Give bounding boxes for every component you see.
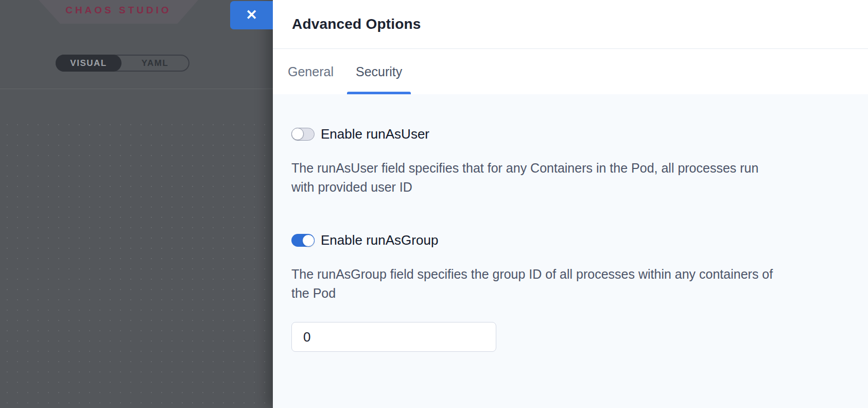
close-drawer-button[interactable]: ✕ [230, 1, 273, 29]
tab-security[interactable]: Security [347, 49, 411, 94]
tab-security-label: Security [356, 64, 402, 79]
visual-view-label: VISUAL [70, 58, 107, 69]
tab-general-label: General [288, 64, 334, 79]
yaml-view-label: YAML [142, 58, 169, 69]
canvas-toolbar-divider [0, 89, 273, 89]
drawer-tab-bar: General Security [273, 49, 868, 94]
yaml-view-tab[interactable]: YAML [121, 56, 188, 71]
app-window: CHAOS STUDIO VISUAL YAML ✕ Advanced Opti… [0, 0, 868, 408]
advanced-options-drawer: Advanced Options General Security Enable… [273, 0, 868, 408]
runasuser-description: The runAsUser field specifies that for a… [291, 159, 775, 196]
runasgroup-toggle-label: Enable runAsGroup [321, 232, 438, 248]
runasuser-toggle-label: Enable runAsUser [321, 126, 429, 142]
runasgroup-toggle-row: Enable runAsGroup [291, 232, 847, 248]
close-icon: ✕ [246, 8, 257, 22]
tab-general[interactable]: General [279, 49, 342, 94]
security-tab-content: Enable runAsUser The runAsUser field spe… [273, 94, 868, 408]
visual-view-tab[interactable]: VISUAL [56, 55, 121, 72]
runasgroup-description: The runAsGroup field specifies the group… [291, 265, 775, 302]
visual-yaml-segmented-control: VISUAL YAML [56, 55, 189, 72]
runasuser-toggle-row: Enable runAsUser [291, 126, 847, 142]
runasgroup-toggle[interactable] [291, 234, 315, 247]
runasuser-section: Enable runAsUser The runAsUser field spe… [291, 126, 847, 196]
canvas-dot-grid [0, 124, 273, 408]
runasgroup-toggle-knob [302, 234, 315, 247]
chaos-studio-logo: CHAOS STUDIO [39, 0, 198, 24]
runasgroup-section: Enable runAsGroup The runAsGroup field s… [291, 232, 847, 352]
drawer-header: Advanced Options [273, 0, 868, 49]
chaos-studio-canvas: CHAOS STUDIO VISUAL YAML [0, 0, 273, 408]
runasuser-toggle[interactable] [291, 128, 315, 141]
drawer-title: Advanced Options [273, 16, 421, 32]
active-tab-indicator [347, 92, 411, 94]
runasuser-toggle-knob [291, 128, 304, 140]
runasgroup-value-input[interactable] [291, 322, 496, 352]
chaos-studio-logo-text: CHAOS STUDIO [65, 5, 171, 19]
